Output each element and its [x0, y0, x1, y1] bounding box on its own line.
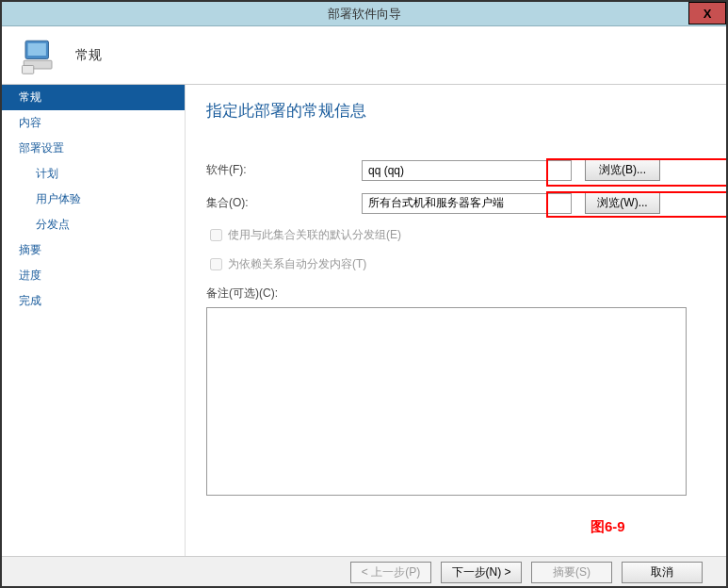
svg-rect-3	[23, 65, 34, 74]
window-title: 部署软件向导	[328, 6, 401, 23]
sidebar-item-user-exp[interactable]: 用户体验	[2, 187, 185, 212]
prev-button: < 上一步(P)	[350, 562, 431, 583]
sidebar-item-progress[interactable]: 进度	[2, 263, 185, 288]
sidebar-item-general[interactable]: 常规	[2, 85, 185, 110]
collection-row: 集合(O): 浏览(W)...	[206, 192, 698, 214]
software-browse-button[interactable]: 浏览(B)...	[585, 159, 660, 181]
remark-label: 备注(可选)(C):	[206, 286, 698, 302]
sidebar-item-dist-point[interactable]: 分发点	[2, 212, 185, 237]
cancel-button[interactable]: 取消	[622, 562, 703, 583]
checkbox-auto-dist: 为依赖关系自动分发内容(T)	[210, 256, 698, 272]
header-label: 常规	[75, 47, 102, 64]
remark-textarea[interactable]	[206, 307, 687, 496]
collection-label: 集合(O):	[206, 195, 362, 211]
checkbox-auto-dist-label: 为依赖关系自动分发内容(T)	[228, 256, 366, 272]
header-banner: 常规	[2, 26, 726, 85]
sidebar: 常规 内容 部署设置 计划 用户体验 分发点 摘要 进度 完成	[2, 85, 186, 556]
summary-button: 摘要(S)	[531, 562, 612, 583]
collection-browse-button[interactable]: 浏览(W)...	[585, 192, 660, 214]
sidebar-item-complete[interactable]: 完成	[2, 288, 185, 314]
software-label: 软件(F):	[206, 162, 362, 178]
collection-input[interactable]	[362, 193, 572, 214]
close-icon: X	[704, 7, 712, 21]
wizard-footer: < 上一步(P) 下一步(N) > 摘要(S) 取消	[2, 556, 726, 588]
checkbox-default-dist: 使用与此集合关联的默认分发组(E)	[210, 227, 698, 243]
wizard-body: 常规 内容 部署设置 计划 用户体验 分发点 摘要 进度 完成 指定此部署的常规…	[2, 85, 726, 556]
checkbox-default-dist-input	[210, 229, 222, 241]
checkbox-default-dist-label: 使用与此集合关联的默认分发组(E)	[228, 227, 401, 243]
sidebar-item-summary[interactable]: 摘要	[2, 237, 185, 263]
computer-icon	[19, 36, 58, 75]
figure-caption: 图6-9	[590, 518, 625, 536]
main-panel: 指定此部署的常规信息 软件(F): 浏览(B)... 集合(O): 浏览(W).…	[186, 85, 726, 556]
sidebar-item-content[interactable]: 内容	[2, 110, 185, 136]
main-heading: 指定此部署的常规信息	[206, 100, 698, 122]
svg-rect-1	[28, 42, 46, 55]
sidebar-item-schedule[interactable]: 计划	[2, 161, 185, 187]
checkbox-auto-dist-input	[210, 258, 222, 270]
next-button[interactable]: 下一步(N) >	[441, 562, 522, 583]
sidebar-item-deploy-settings[interactable]: 部署设置	[2, 136, 185, 161]
software-row: 软件(F): 浏览(B)...	[206, 159, 698, 181]
close-button[interactable]: X	[688, 2, 726, 24]
titlebar: 部署软件向导 X	[2, 2, 726, 26]
software-input[interactable]	[362, 160, 572, 181]
